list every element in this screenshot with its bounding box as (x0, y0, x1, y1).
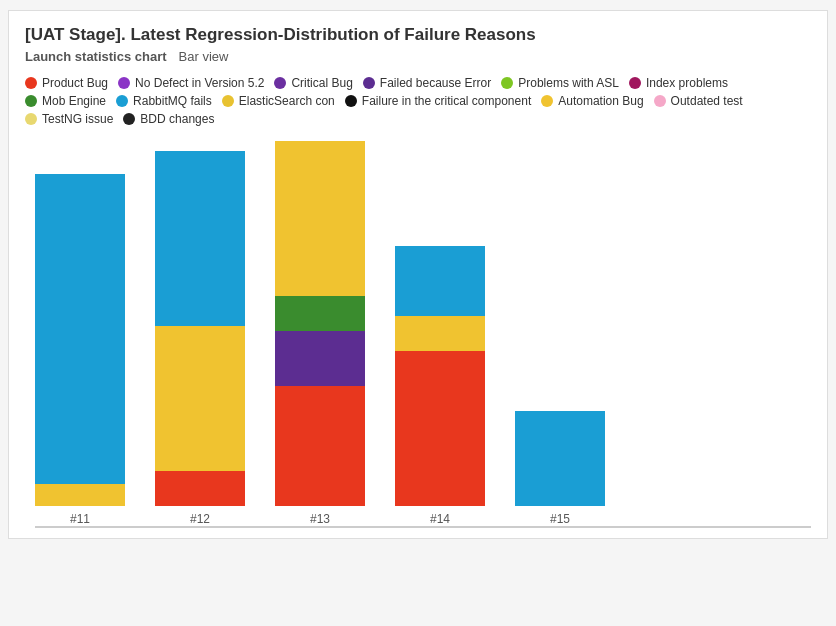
legend-dot (629, 77, 641, 89)
legend-item: RabbitMQ fails (116, 94, 212, 108)
legend-label: No Defect in Version 5.2 (135, 76, 264, 90)
legend-item: Index problems (629, 76, 728, 90)
bar-label: #13 (310, 512, 330, 526)
legend-dot (501, 77, 513, 89)
bar-group: #12 (155, 151, 245, 526)
bar-segment (395, 351, 485, 506)
legend-dot (25, 95, 37, 107)
legend-item: Product Bug (25, 76, 108, 90)
legend-dot (25, 113, 37, 125)
legend-dot (118, 77, 130, 89)
legend-dot (363, 77, 375, 89)
legend-label: ElasticSearch con (239, 94, 335, 108)
bar-stack (395, 246, 485, 506)
bar-segment (395, 246, 485, 316)
legend-dot (116, 95, 128, 107)
bar-segment (275, 141, 365, 296)
bar-stack (35, 174, 125, 506)
bar-segment (35, 174, 125, 484)
legend-label: Failed because Error (380, 76, 491, 90)
legend-dot (654, 95, 666, 107)
legend-item: BDD changes (123, 112, 214, 126)
legend-label: Mob Engine (42, 94, 106, 108)
bar-label: #12 (190, 512, 210, 526)
legend-dot (222, 95, 234, 107)
bar-segment (155, 151, 245, 326)
bar-label: #11 (70, 512, 90, 526)
bar-segment (275, 386, 365, 506)
legend-dot (25, 77, 37, 89)
main-container: [UAT Stage]. Latest Regression-Distribut… (8, 10, 828, 539)
chart-inner: #11#12#13#14#15 (35, 138, 811, 528)
bar-segment (275, 296, 365, 331)
bar-segment (275, 331, 365, 386)
legend-item: Outdated test (654, 94, 743, 108)
legend-label: Failure in the critical component (362, 94, 531, 108)
legend-item: TestNG issue (25, 112, 113, 126)
bar-stack (275, 141, 365, 506)
bar-segment (155, 471, 245, 506)
bar-label: #14 (430, 512, 450, 526)
bar-stack (515, 411, 605, 506)
bar-segment (155, 326, 245, 471)
legend-item: No Defect in Version 5.2 (118, 76, 264, 90)
legend-item: Mob Engine (25, 94, 106, 108)
legend-label: Critical Bug (291, 76, 352, 90)
bar-group: #11 (35, 174, 125, 526)
legend-label: RabbitMQ fails (133, 94, 212, 108)
legend-item: Critical Bug (274, 76, 352, 90)
legend-item: Automation Bug (541, 94, 643, 108)
legend-item: ElasticSearch con (222, 94, 335, 108)
legend-label: Automation Bug (558, 94, 643, 108)
legend-item: Problems with ASL (501, 76, 619, 90)
view-label[interactable]: Bar view (179, 49, 229, 64)
legend-dot (123, 113, 135, 125)
legend-label: BDD changes (140, 112, 214, 126)
bar-segment (35, 484, 125, 506)
bar-stack (155, 151, 245, 506)
bar-segment (515, 411, 605, 506)
legend-dot (345, 95, 357, 107)
chart-subtitle: Launch statistics chart Bar view (25, 49, 811, 64)
legend-label: Outdated test (671, 94, 743, 108)
bar-group: #13 (275, 141, 365, 526)
chart-area: #11#12#13#14#15 (25, 138, 811, 528)
legend-dot (541, 95, 553, 107)
bar-group: #15 (515, 411, 605, 526)
legend-dot (274, 77, 286, 89)
legend-label: Problems with ASL (518, 76, 619, 90)
subtitle-label[interactable]: Launch statistics chart (25, 49, 167, 64)
bar-segment (395, 316, 485, 351)
legend-label: Index problems (646, 76, 728, 90)
bar-label: #15 (550, 512, 570, 526)
legend-item: Failure in the critical component (345, 94, 531, 108)
chart-title: [UAT Stage]. Latest Regression-Distribut… (25, 25, 811, 45)
legend-item: Failed because Error (363, 76, 491, 90)
legend-label: TestNG issue (42, 112, 113, 126)
legend: Product Bug No Defect in Version 5.2 Cri… (25, 76, 811, 126)
legend-label: Product Bug (42, 76, 108, 90)
bar-group: #14 (395, 246, 485, 526)
